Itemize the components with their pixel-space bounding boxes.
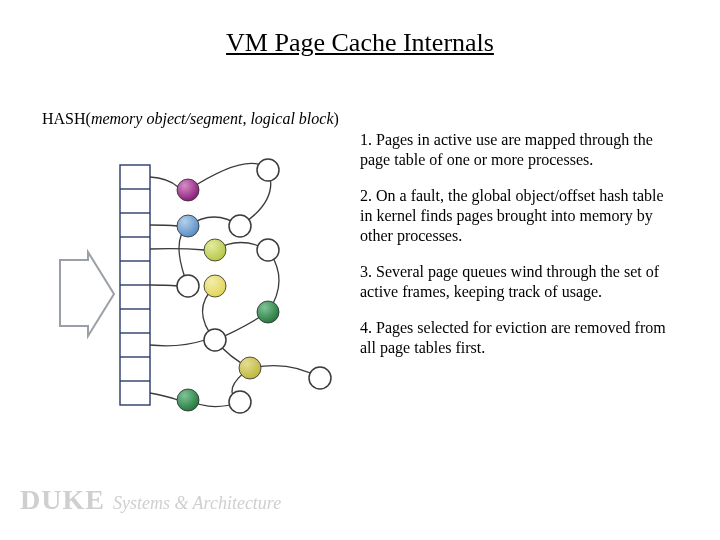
page-title: VM Page Cache Internals	[0, 28, 720, 58]
inbound-arrow	[60, 252, 114, 336]
footer-tagline: Systems & Architecture	[113, 493, 281, 514]
svg-point-22	[239, 357, 261, 379]
svg-point-16	[229, 391, 251, 413]
svg-point-12	[257, 239, 279, 261]
hash-suffix: )	[333, 110, 338, 127]
svg-point-18	[177, 215, 199, 237]
hash-args: memory object/segment, logical block	[91, 110, 334, 127]
svg-point-14	[204, 329, 226, 351]
footer-brand: DUKE	[20, 484, 105, 516]
svg-point-15	[309, 367, 331, 389]
svg-point-17	[177, 179, 199, 201]
queue-links	[150, 163, 320, 406]
footer: DUKE Systems & Architecture	[20, 484, 281, 516]
hash-label: HASH(memory object/segment, logical bloc…	[42, 110, 339, 128]
explanation-text: 1. Pages in active use are mapped throug…	[360, 130, 670, 374]
svg-point-10	[257, 159, 279, 181]
hash-prefix: HASH(	[42, 110, 91, 127]
svg-point-19	[204, 239, 226, 261]
paragraph-2: 2. On a fault, the global object/offset …	[360, 186, 670, 246]
svg-point-23	[177, 389, 199, 411]
svg-point-11	[229, 215, 251, 237]
svg-point-20	[204, 275, 226, 297]
svg-point-13	[177, 275, 199, 297]
svg-point-21	[257, 301, 279, 323]
paragraph-1: 1. Pages in active use are mapped throug…	[360, 130, 670, 170]
paragraph-4: 4. Pages selected for eviction are remov…	[360, 318, 670, 358]
vm-cache-diagram	[40, 130, 350, 430]
page-table	[120, 165, 150, 405]
paragraph-3: 3. Several page queues wind through the …	[360, 262, 670, 302]
